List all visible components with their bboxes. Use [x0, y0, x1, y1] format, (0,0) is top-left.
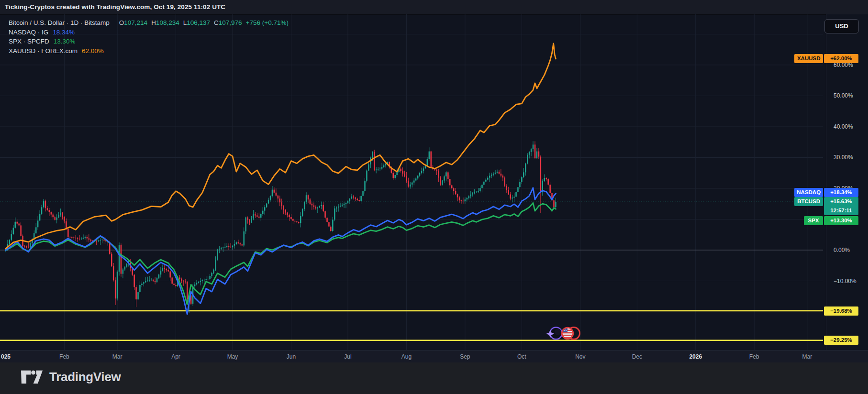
compare-value: 62.00% — [82, 47, 104, 55]
btcusd-price-label[interactable]: +15.63%12:57:11 — [824, 197, 858, 215]
high-value: 108,234 — [156, 19, 179, 26]
spx-price-label[interactable]: +13.30% — [824, 216, 858, 225]
compare-name[interactable]: NASDAQ · IG — [9, 29, 48, 36]
x-axis-tick-2026: 2026 — [689, 352, 702, 361]
x-axis-tick-feb: Feb — [749, 352, 759, 361]
x-axis-tick-aug: Aug — [401, 352, 412, 361]
open-label: O — [119, 19, 124, 26]
sparkle-event-icon[interactable] — [546, 328, 562, 339]
close-value: 107,976 — [219, 19, 242, 26]
y-axis-tick: 30.00% — [834, 153, 867, 162]
bottom-strip: TradingView — [0, 362, 868, 394]
nasdaq-ticker-label[interactable]: NASDAQ — [794, 188, 823, 197]
compare-name[interactable]: SPX · SPCFD — [9, 38, 49, 45]
legend-main-row[interactable]: Bitcoin / U.S. Dollar · 1D · BitstampO10… — [9, 18, 289, 28]
x-axis-tick-mar: Mar — [112, 352, 122, 361]
chart-legend: Bitcoin / U.S. Dollar · 1D · BitstampO10… — [9, 18, 289, 55]
window-title-bar: Ticking-Cryptos created with TradingView… — [0, 0, 868, 15]
close-label: C — [214, 19, 219, 26]
open-value: 107,214 — [124, 19, 147, 26]
spx-ticker-label[interactable]: SPX — [804, 216, 823, 225]
legend-compare-spx[interactable]: SPX · SPCFD13.30% — [9, 37, 289, 46]
legend-compare-nasdaq[interactable]: NASDAQ · IG18.34% — [9, 28, 289, 37]
level-price-label-2[interactable]: −29.25% — [824, 336, 858, 345]
tradingview-chart-window: Ticking-Cryptos created with TradingView… — [0, 0, 868, 394]
compare-value: 13.30% — [54, 38, 76, 45]
x-axis-tick-sep: Sep — [460, 352, 470, 361]
y-axis-tick: 0.00% — [834, 246, 867, 254]
x-axis-tick-feb: Feb — [59, 352, 69, 361]
price-chart[interactable] — [0, 14, 826, 350]
x-axis-tick-apr: Apr — [171, 352, 180, 361]
x-axis-tick-jun: Jun — [287, 352, 296, 361]
page-title: Ticking-Cryptos created with TradingView… — [5, 3, 225, 11]
chart-canvas[interactable] — [0, 14, 826, 350]
x-axis-tick-jul: Jul — [344, 352, 351, 361]
x-axis-tick-dec: Dec — [632, 352, 642, 361]
high-label: H — [151, 19, 156, 26]
btcusd-countdown: 12:57:11 — [824, 206, 858, 215]
tradingview-logo[interactable]: TradingView — [21, 369, 121, 385]
compare-value: 18.34% — [53, 29, 75, 36]
change-value: +756 (+0.71%) — [246, 19, 289, 26]
legend-compare-xauusd[interactable]: XAUUSD · FOREX.com62.00% — [9, 46, 289, 56]
nasdaq-price-label[interactable]: +18.34% — [824, 188, 858, 197]
x-axis-tick-025: 025 — [1, 352, 11, 361]
xauusd-price-label[interactable]: +62.00% — [824, 54, 858, 63]
btcusd-ticker-label[interactable]: BTCUSD — [794, 197, 823, 206]
y-axis-tick: 40.00% — [834, 122, 867, 131]
compare-name[interactable]: XAUUSD · FOREX.com — [9, 47, 78, 55]
currency-toggle-button[interactable]: USD — [824, 19, 859, 33]
x-axis-tick-oct: Oct — [517, 352, 526, 361]
tradingview-logo-icon — [21, 369, 43, 385]
tradingview-logo-text: TradingView — [49, 370, 121, 384]
symbol-title[interactable]: Bitcoin / U.S. Dollar · 1D · Bitstamp — [9, 19, 110, 26]
us-flag-event-icon[interactable] — [562, 328, 580, 340]
low-value: 106,137 — [187, 19, 210, 26]
level-price-label-1[interactable]: −19.68% — [824, 306, 858, 316]
xauusd-ticker-label[interactable]: XAUUSD — [794, 54, 823, 63]
x-axis-tick-nov: Nov — [575, 352, 585, 361]
time-axis[interactable]: 025FebMarAprMayJunJulAugSepOctNovDec2026… — [0, 350, 868, 363]
y-axis-tick: 50.00% — [834, 91, 867, 100]
x-axis-tick-mar: Mar — [802, 352, 812, 361]
x-axis-tick-may: May — [227, 352, 238, 361]
y-axis-tick: −10.00% — [834, 277, 867, 285]
